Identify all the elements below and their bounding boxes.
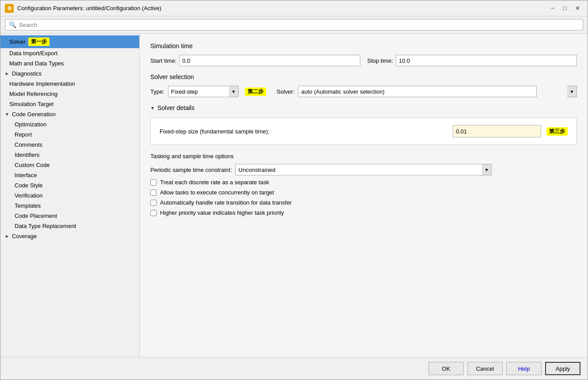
- right-panel: Simulation time Start time: Stop time: S…: [140, 34, 588, 357]
- solver-badge: 第一步: [28, 38, 50, 46]
- maximize-button[interactable]: □: [559, 4, 571, 13]
- sidebar-item-report[interactable]: Report: [0, 129, 139, 140]
- chevron-right-icon-coverage: ►: [5, 234, 9, 239]
- sidebar-item-comments[interactable]: Comments: [0, 140, 139, 150]
- close-button[interactable]: ✕: [572, 4, 583, 13]
- type-badge: 第二步: [245, 87, 266, 96]
- solver-select-arrow-icon: ▼: [567, 86, 577, 97]
- cancel-button[interactable]: Cancel: [467, 362, 503, 375]
- main-content: Solver 第一步 Data Import/Export Math and D…: [0, 34, 588, 357]
- solver-details-box: Fixed-step size (fundamental sample time…: [150, 118, 577, 145]
- help-button[interactable]: Help: [506, 362, 542, 375]
- sidebar-item-code-placement[interactable]: Code Placement: [0, 211, 139, 221]
- search-icon: 🔍: [9, 21, 16, 28]
- sidebar-item-math-data-types[interactable]: Math and Data Types: [0, 58, 139, 68]
- chevron-right-icon: ►: [5, 71, 9, 76]
- fixed-step-input[interactable]: [453, 125, 541, 137]
- sidebar-item-templates[interactable]: Templates: [0, 201, 139, 211]
- chevron-down-icon: ▼: [5, 112, 9, 117]
- sidebar-item-simulation-target[interactable]: Simulation Target: [0, 99, 139, 109]
- sidebar-item-data-type-replacement[interactable]: Data Type Replacement: [0, 221, 139, 231]
- solver-select[interactable]: auto (Automatic solver selection) ode3 (…: [298, 86, 537, 97]
- ok-button[interactable]: OK: [428, 362, 464, 375]
- code-generation-label: Code Generation: [12, 111, 56, 118]
- search-bar: 🔍: [0, 16, 588, 34]
- tasking-section: Tasking and sample time options Periodic…: [150, 153, 577, 216]
- sidebar-item-hardware-implementation[interactable]: Hardware Implementation: [0, 79, 139, 89]
- type-select[interactable]: Fixed-step Variable-step: [168, 86, 239, 97]
- constraint-select-wrap: Unconstrained Specified Ensure sample ti…: [235, 164, 492, 175]
- type-select-wrap: Fixed-step Variable-step ▼: [168, 86, 239, 97]
- fixed-step-input-group: 第三步: [453, 125, 568, 137]
- sidebar-item-code-generation[interactable]: ▼ Code Generation: [0, 109, 139, 119]
- sidebar-item-data-import-export[interactable]: Data Import/Export: [0, 48, 139, 58]
- sidebar-item-identifiers[interactable]: Identifiers: [0, 150, 139, 160]
- start-time-input[interactable]: [179, 55, 360, 66]
- rate-transition-checkbox[interactable]: [150, 200, 157, 206]
- stop-time-group: Stop time:: [367, 55, 577, 66]
- solver-select-wrap: auto (Automatic solver selection) ode3 (…: [298, 86, 577, 97]
- checkbox-row-concurrent: Allow tasks to execute concurrently on t…: [150, 189, 577, 196]
- fixed-step-row: Fixed-step size (fundamental sample time…: [160, 125, 568, 137]
- title-bar: ⚙ Configuration Parameters: untitled/Con…: [0, 0, 588, 16]
- sidebar: Solver 第一步 Data Import/Export Math and D…: [0, 34, 140, 357]
- higher-priority-label: Higher priority value indicates higher t…: [160, 209, 284, 216]
- coverage-label: Coverage: [12, 233, 37, 239]
- discrete-rate-label: Treat each discrete rate as a separate t…: [160, 179, 269, 186]
- sidebar-item-custom-code[interactable]: Custom Code: [0, 160, 139, 170]
- discrete-rate-checkbox[interactable]: [150, 179, 157, 186]
- constraint-select[interactable]: Unconstrained Specified Ensure sample ti…: [235, 164, 492, 175]
- sidebar-item-verification[interactable]: Verification: [0, 190, 139, 201]
- title-bar-left: ⚙ Configuration Parameters: untitled/Con…: [5, 4, 161, 13]
- fixed-step-badge: 第三步: [546, 127, 568, 136]
- concurrent-label: Allow tasks to execute concurrently on t…: [160, 189, 274, 196]
- checkbox-row-rate-transition: Automatically handle rate transition for…: [150, 199, 577, 206]
- rate-transition-label: Automatically handle rate transition for…: [160, 199, 292, 206]
- concurrent-checkbox[interactable]: [150, 190, 157, 196]
- stop-time-label: Stop time:: [367, 57, 393, 64]
- higher-priority-checkbox[interactable]: [150, 210, 157, 216]
- diagnostics-label: Diagnostics: [12, 70, 42, 77]
- fixed-step-label: Fixed-step size (fundamental sample time…: [160, 128, 448, 135]
- sidebar-item-model-referencing[interactable]: Model Referencing: [0, 89, 139, 99]
- sidebar-item-code-style[interactable]: Code Style: [0, 180, 139, 190]
- sidebar-item-interface[interactable]: Interface: [0, 170, 139, 180]
- tasking-title: Tasking and sample time options: [150, 153, 577, 160]
- solver-details-title: Solver details: [157, 104, 195, 111]
- sidebar-item-coverage[interactable]: ► Coverage: [0, 231, 139, 241]
- sidebar-item-solver[interactable]: Solver 第一步: [0, 35, 139, 48]
- solver-details-arrow-icon: ▼: [150, 106, 155, 110]
- constraint-label: Periodic sample time constraint:: [150, 167, 232, 173]
- apply-button[interactable]: Apply: [545, 362, 580, 375]
- search-input[interactable]: [19, 22, 579, 28]
- simulation-time-row: Start time: Stop time:: [150, 55, 577, 66]
- simulation-time-title: Simulation time: [150, 42, 577, 49]
- sidebar-item-optimization[interactable]: Optimization: [0, 119, 139, 129]
- checkbox-row-discrete-rate: Treat each discrete rate as a separate t…: [150, 179, 577, 186]
- tasking-constraint-row: Periodic sample time constraint: Unconst…: [150, 164, 577, 175]
- window-title: Configuration Parameters: untitled/Confi…: [17, 5, 161, 11]
- checkbox-row-higher-priority: Higher priority value indicates higher t…: [150, 209, 577, 216]
- search-input-wrap[interactable]: 🔍: [5, 19, 583, 30]
- main-window: ⚙ Configuration Parameters: untitled/Con…: [0, 0, 588, 380]
- solver-type-row: Type: Fixed-step Variable-step ▼ 第二步 Sol…: [150, 86, 577, 97]
- solver-label: Solver:: [277, 88, 294, 95]
- solver-details-header[interactable]: ▼ Solver details: [150, 104, 577, 111]
- stop-time-input[interactable]: [396, 55, 577, 66]
- solver-label: Solver: [9, 38, 26, 45]
- title-bar-controls: − □ ✕: [547, 4, 583, 13]
- bottom-bar: OK Cancel Help Apply: [0, 357, 588, 380]
- minimize-button[interactable]: −: [547, 4, 558, 13]
- type-label: Type:: [150, 88, 164, 95]
- start-time-label: Start time:: [150, 57, 176, 64]
- solver-selection-title: Solver selection: [150, 73, 577, 80]
- sidebar-item-diagnostics[interactable]: ► Diagnostics: [0, 68, 139, 79]
- app-icon: ⚙: [5, 4, 14, 13]
- start-time-group: Start time:: [150, 55, 360, 66]
